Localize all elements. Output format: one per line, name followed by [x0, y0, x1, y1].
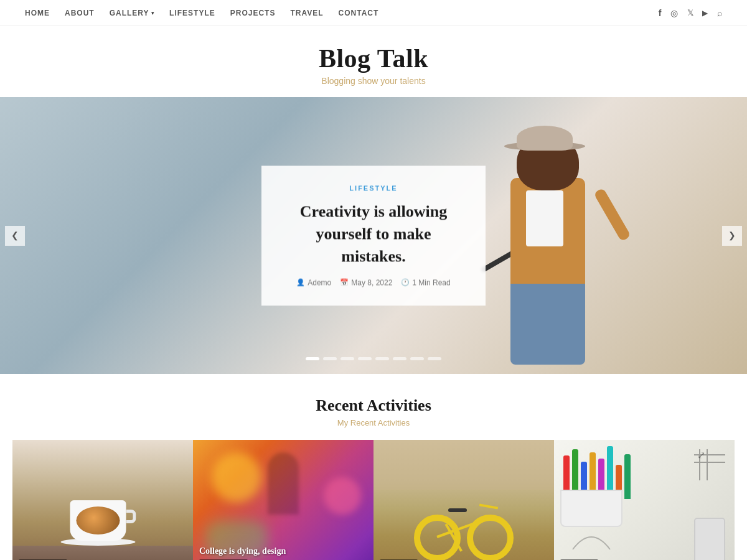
hero-date: 📅 May 8, 2022	[340, 278, 392, 287]
navigation: HOME ABOUT GALLERY ▾ LIFESTYLE PROJECTS …	[0, 0, 747, 26]
slider-dot-3[interactable]	[341, 357, 354, 360]
facebook-icon[interactable]: f	[659, 8, 662, 18]
hero-background: LIFESTYLE Creativity is allowing yoursel…	[0, 97, 747, 374]
site-title: Blog Talk	[0, 44, 747, 73]
card-4[interactable]: ⤢ TRAVEL	[554, 440, 735, 560]
slider-dot-2[interactable]	[323, 357, 337, 360]
site-header: Blog Talk Blogging show your talents	[0, 26, 747, 97]
hero-title: Creativity is allowing yourself to make …	[286, 200, 461, 268]
cards-grid: LIFESTYLE LIFESTYLE College is dying, de…	[0, 440, 747, 560]
user-icon: 👤	[296, 279, 305, 287]
nav-gallery-label[interactable]: GALLERY	[110, 9, 149, 17]
nav-contact[interactable]: CONTACT	[339, 9, 379, 17]
hero-card: LIFESTYLE Creativity is allowing yoursel…	[261, 166, 486, 306]
clock-icon: 🕐	[401, 279, 410, 287]
recent-activities-section: Recent Activities My Recent Activities	[0, 374, 747, 440]
recent-subtitle: My Recent Activities	[0, 418, 747, 427]
slider-dot-8[interactable]	[428, 357, 441, 360]
nav-projects[interactable]: PROJECTS	[230, 9, 276, 17]
nav-lifestyle[interactable]: LIFESTYLE	[169, 9, 215, 17]
hero-slider: LIFESTYLE Creativity is allowing yoursel…	[0, 97, 747, 374]
calendar-icon: 📅	[340, 279, 349, 287]
nav-about[interactable]: ABOUT	[65, 9, 95, 17]
search-icon[interactable]: ⌕	[717, 8, 723, 18]
slider-next-button[interactable]: ❯	[722, 226, 742, 246]
slider-dot-1[interactable]	[306, 357, 319, 360]
slider-dots	[306, 357, 441, 360]
card-2-title: College is dying, design	[199, 546, 367, 557]
card-1[interactable]: LIFESTYLE	[12, 440, 193, 560]
nav-travel[interactable]: TRAVEL	[290, 9, 323, 17]
youtube-icon[interactable]: ▶	[702, 9, 708, 17]
social-icons: f ◎ 𝕏 ▶ ⌕	[659, 8, 722, 18]
slider-dot-4[interactable]	[358, 357, 372, 360]
card-3[interactable]: TRAVEL	[374, 440, 554, 560]
nav-links: HOME ABOUT GALLERY ▾ LIFESTYLE PROJECTS …	[25, 9, 378, 17]
instagram-icon[interactable]: ◎	[670, 8, 679, 18]
hero-category: LIFESTYLE	[286, 184, 461, 192]
chevron-down-icon: ▾	[151, 10, 155, 16]
slider-dot-5[interactable]	[375, 357, 389, 360]
hero-meta: 👤 Ademo 📅 May 8, 2022 🕐 1 Min Read	[286, 278, 461, 287]
slider-prev-button[interactable]: ❮	[5, 226, 25, 246]
recent-title: Recent Activities	[0, 396, 747, 415]
card-2[interactable]: LIFESTYLE College is dying, design	[193, 440, 374, 560]
slider-dot-7[interactable]	[410, 357, 424, 360]
hero-readtime: 🕐 1 Min Read	[401, 278, 450, 287]
slider-dot-6[interactable]	[393, 357, 406, 360]
site-subtitle: Blogging show your talents	[0, 76, 747, 86]
nav-home[interactable]: HOME	[25, 9, 50, 17]
nav-gallery[interactable]: GALLERY ▾	[110, 9, 154, 17]
twitter-icon[interactable]: 𝕏	[687, 8, 694, 17]
hero-author: 👤 Ademo	[296, 278, 331, 287]
hero-figure	[461, 110, 635, 371]
